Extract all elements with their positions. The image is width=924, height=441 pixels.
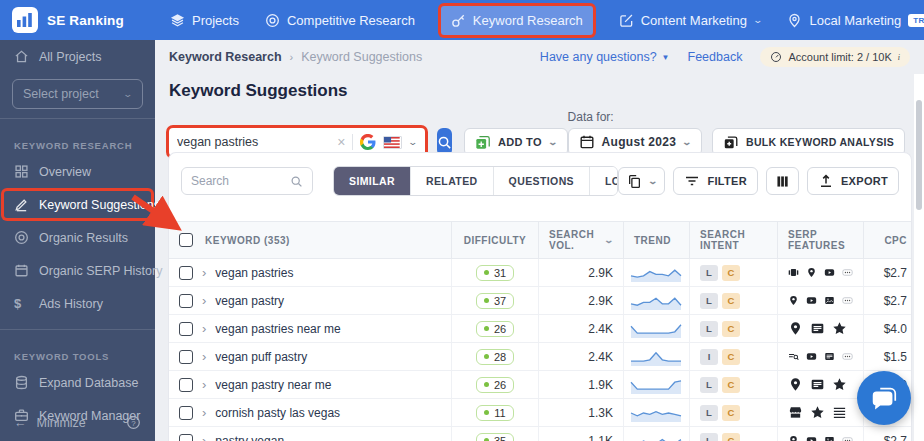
row-checkbox[interactable]: [179, 294, 193, 308]
keyword-text[interactable]: pastry vegan: [215, 434, 284, 441]
row-checkbox[interactable]: [179, 434, 193, 441]
map-pin-icon: [788, 433, 799, 441]
tab-group: SIMILARRELATEDQUESTIONSLOW SEARCH VOLUME: [333, 166, 618, 196]
sidebar-item-organic-serp-history[interactable]: Organic SERP History: [0, 254, 155, 287]
search-intent-cell: IC: [689, 343, 777, 370]
difficulty-badge: 28: [476, 349, 514, 365]
arrow-left-icon: ←: [14, 416, 27, 430]
expand-chevron-icon[interactable]: ›: [202, 434, 206, 441]
map-pin-icon: [788, 377, 803, 392]
brand-name: SE Ranking: [47, 13, 124, 28]
intent-C-badge: C: [722, 377, 740, 393]
sidebar-item-keyword-suggestions[interactable]: Keyword Suggestions: [4, 191, 151, 218]
sidebar-item-expand-database[interactable]: Expand Database: [0, 366, 155, 399]
nav-item-projects[interactable]: Projects: [170, 13, 239, 28]
keyword-text[interactable]: vegan pastries: [215, 266, 293, 280]
select-project-dropdown[interactable]: Select project ⌄: [12, 79, 143, 109]
trend-sparkline: [629, 403, 683, 423]
sidebar-item-overview[interactable]: Overview: [0, 155, 155, 188]
brand[interactable]: SE Ranking: [12, 7, 132, 33]
video-icon: [824, 265, 835, 280]
difficulty-cell: 35: [451, 427, 538, 441]
image-icon: [824, 293, 835, 308]
tab-similar[interactable]: SIMILAR: [334, 167, 410, 195]
minimize-button[interactable]: ← Minimize: [14, 416, 86, 430]
google-icon[interactable]: [360, 134, 376, 150]
nav-item-local-marketing[interactable]: Local MarketingTRIAL: [787, 13, 924, 28]
row-checkbox[interactable]: [179, 322, 193, 336]
expand-chevron-icon[interactable]: ›: [202, 266, 206, 279]
feedback-link[interactable]: Feedback: [688, 50, 743, 64]
keyword-cell: ›vegan pastry near me: [169, 371, 451, 398]
table-search-input[interactable]: [191, 174, 284, 188]
sidebar-item-organic-results[interactable]: Organic Results: [0, 221, 155, 254]
trend-cell: [623, 427, 689, 441]
breadcrumb-separator: ›: [290, 51, 294, 63]
copy-button[interactable]: ⌄: [618, 167, 666, 195]
data-for-label: Data for:: [568, 110, 703, 124]
difficulty-dot: [484, 354, 489, 359]
intent-I-badge: I: [700, 349, 718, 365]
row-checkbox[interactable]: [179, 350, 193, 364]
column-header-search-vol[interactable]: SEARCH VOL.⌄: [538, 222, 623, 258]
have-questions-link[interactable]: Have any questions?▼: [540, 50, 670, 64]
column-header-trend: TREND: [623, 222, 689, 258]
tab-related[interactable]: RELATED: [410, 167, 493, 195]
keyword-cell: ›vegan pastries: [169, 259, 451, 286]
page-title: Keyword Suggestions: [169, 81, 910, 101]
keyword-text[interactable]: cornish pasty las vegas: [215, 406, 340, 420]
difficulty-cell: 31: [451, 259, 538, 286]
nav-item-content-marketing[interactable]: Content Marketing⌄: [619, 13, 762, 28]
data-controls: Data for: August 2023 ⌄: [568, 110, 924, 156]
filter-button[interactable]: FILTER: [673, 167, 757, 195]
nav-item-keyword-research[interactable]: Keyword Research: [441, 6, 593, 35]
row-checkbox[interactable]: [179, 266, 193, 280]
nav-item-competitive-research[interactable]: Competitive Research: [265, 13, 415, 28]
breadcrumb-keyword-research[interactable]: Keyword Research: [169, 50, 282, 64]
row-checkbox[interactable]: [179, 406, 193, 420]
expand-chevron-icon[interactable]: ›: [202, 322, 206, 335]
export-button[interactable]: EXPORT: [807, 167, 899, 195]
keyword-text[interactable]: vegan pastry: [215, 294, 284, 308]
keyword-text[interactable]: vegan puff pastry: [215, 350, 307, 364]
pen-icon: [14, 197, 29, 212]
top-navigation: ProjectsCompetitive ResearchKeyword Rese…: [170, 6, 924, 35]
sidebar-item-all-projects[interactable]: All Projects: [0, 40, 155, 73]
keyword-text[interactable]: vegan pastry near me: [215, 378, 331, 392]
trend-cell: [623, 287, 689, 314]
select-all-checkbox[interactable]: [179, 233, 193, 247]
map-pin-icon: [806, 265, 817, 280]
expand-chevron-icon[interactable]: ›: [202, 378, 206, 391]
chevron-down-icon: ⌄: [647, 176, 658, 186]
map-pin-icon: [788, 321, 803, 336]
columns-button[interactable]: [766, 167, 799, 195]
serp-features-cell: [777, 343, 863, 370]
cpc-cell: $2.7: [863, 287, 911, 314]
sidebar-bottom: ← Minimize ?: [0, 404, 155, 441]
us-flag-icon[interactable]: [383, 136, 402, 149]
expand-chevron-icon[interactable]: ›: [202, 350, 206, 363]
minimize-label: Minimize: [37, 416, 86, 430]
more-icon: [842, 265, 853, 280]
keyword-text[interactable]: vegan pastries near me: [215, 322, 340, 336]
tab-questions[interactable]: QUESTIONS: [493, 167, 589, 195]
clear-input-icon[interactable]: ×: [337, 135, 345, 149]
tab-low-search-volume[interactable]: LOW SEARCH VOLUME: [589, 167, 618, 195]
help-icon[interactable]: ?: [126, 415, 141, 430]
export-icon: [818, 173, 834, 189]
scrollbar-thumb[interactable]: [916, 100, 922, 210]
row-checkbox[interactable]: [179, 378, 193, 392]
expand-chevron-icon[interactable]: ›: [202, 294, 206, 307]
intent-L-badge: L: [700, 433, 718, 441]
keyword-cell: ›cornish pasty las vegas: [169, 399, 451, 426]
chevron-down-icon[interactable]: ⌄: [408, 137, 419, 147]
trial-badge: TRIAL: [908, 14, 924, 27]
serp-features-cell: [777, 427, 863, 441]
keyword-search-input[interactable]: [177, 135, 330, 149]
live-chat-button[interactable]: [857, 371, 911, 425]
search-volume-cell: 2.9K: [538, 259, 623, 286]
sidebar-item-ads-history[interactable]: $Ads History: [0, 287, 155, 320]
expand-chevron-icon[interactable]: ›: [202, 406, 206, 419]
scrollbar[interactable]: [914, 74, 924, 441]
search-intent-cell: LC: [689, 399, 777, 426]
